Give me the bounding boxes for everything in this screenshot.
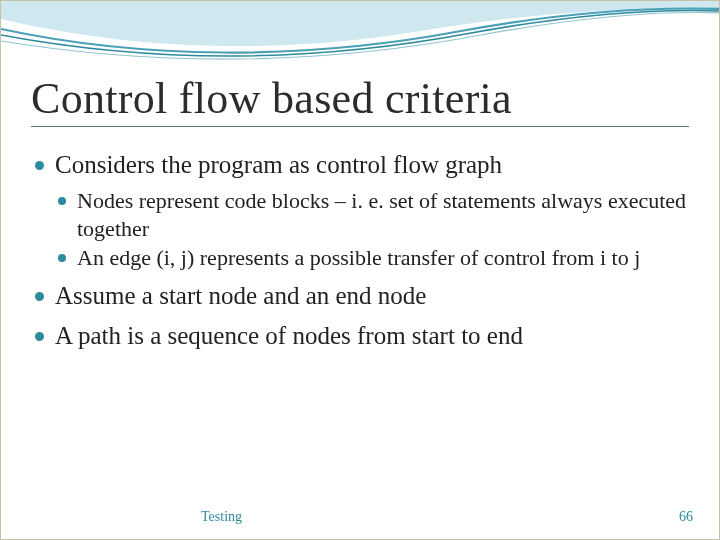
list-item: A path is a sequence of nodes from start…: [31, 320, 689, 352]
bullet-text: Nodes represent code blocks – i. e. set …: [77, 188, 686, 241]
sub-bullet-list: Nodes represent code blocks – i. e. set …: [55, 187, 689, 272]
bullet-text: An edge (i, j) represents a possible tra…: [77, 245, 640, 270]
bullet-list: Considers the program as control flow gr…: [31, 149, 689, 352]
footer-label: Testing: [201, 509, 242, 525]
page-number: 66: [679, 509, 693, 525]
bullet-text: Considers the program as control flow gr…: [55, 151, 502, 178]
list-item: An edge (i, j) represents a possible tra…: [55, 244, 689, 272]
slide-content: Control flow based criteria Considers th…: [31, 73, 689, 360]
list-item: Considers the program as control flow gr…: [31, 149, 689, 272]
slide-title: Control flow based criteria: [31, 73, 689, 127]
list-item: Nodes represent code blocks – i. e. set …: [55, 187, 689, 242]
bullet-text: A path is a sequence of nodes from start…: [55, 322, 523, 349]
bullet-text: Assume a start node and an end node: [55, 282, 426, 309]
decorative-swoosh: [1, 1, 720, 71]
list-item: Assume a start node and an end node: [31, 280, 689, 312]
